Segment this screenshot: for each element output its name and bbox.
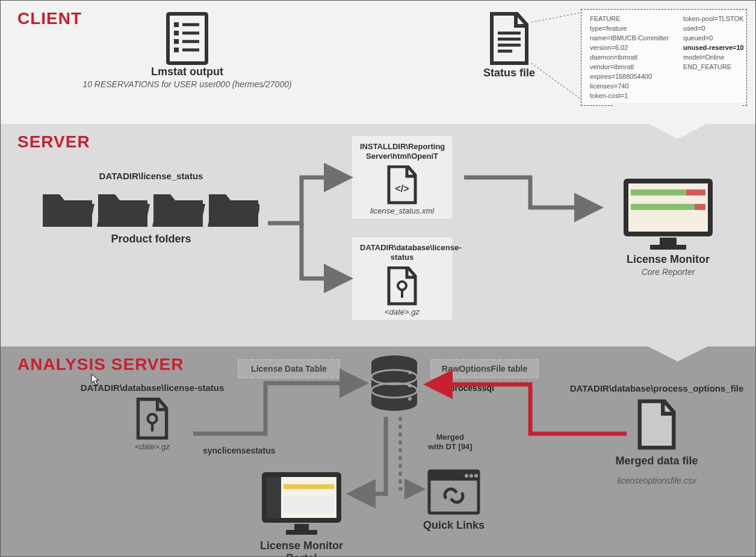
database-icon — [368, 354, 421, 414]
xml-file: license_status.xml — [360, 206, 444, 215]
monitor-icon — [620, 175, 716, 253]
portal-node: License Monitor Portal — [253, 470, 350, 557]
quick-links-title: Quick Links — [415, 519, 493, 532]
svg-rect-23 — [695, 204, 705, 210]
svg-rect-22 — [631, 204, 705, 210]
svg-point-42 — [469, 474, 473, 478]
processsql-label: processsql — [450, 383, 494, 393]
gz-file-server: <date>.gz — [360, 307, 444, 316]
status-file-node: Status file — [458, 11, 560, 79]
merged-path: DATADIR\database\process_options_file — [566, 383, 747, 393]
svg-point-30 — [408, 384, 412, 387]
license-data-table-box: License Data Table — [238, 359, 340, 378]
analysis-heading: ANALYSIS SERVER — [17, 355, 184, 374]
xml-path: INSTALLDIR\Reporting Server\html\OpeniT — [360, 142, 444, 162]
code-doc-icon: </> — [385, 165, 419, 205]
merged-file-node: DATADIR\database\process_options_file Me… — [566, 383, 747, 485]
text-doc-icon — [486, 11, 533, 67]
product-folders-node: DATADIR\license_status Product folders — [37, 171, 265, 245]
svg-rect-18 — [660, 238, 677, 245]
status-col2: token-pool=TLSTOK used=0 queued=0 unused… — [683, 14, 744, 100]
monitor-icon — [259, 470, 344, 537]
svg-text:</>: </> — [395, 183, 409, 194]
xml-card: INSTALLDIR\Reporting Server\html\OpeniT … — [351, 135, 453, 220]
merged-title: Merged data file — [566, 455, 747, 467]
svg-rect-38 — [284, 496, 334, 513]
database-node — [364, 354, 424, 414]
svg-point-43 — [474, 474, 478, 478]
quick-links-node: Quick Links — [415, 469, 493, 532]
zip-doc-icon — [134, 398, 170, 441]
status-panel: FEATURE type=feature name=IBMUCB-Committ… — [581, 9, 747, 106]
gz-card-server: DATADIR\database\license-status <date>.g… — [351, 236, 453, 321]
folders-title: Product folders — [37, 233, 265, 245]
svg-point-31 — [408, 397, 412, 401]
blank-doc-icon — [635, 399, 678, 451]
folders-row-icon — [43, 186, 259, 229]
svg-rect-2 — [174, 31, 179, 35]
license-monitor-node: License Monitor Core Reporter — [605, 175, 731, 277]
svg-rect-3 — [174, 39, 179, 44]
status-col1: FEATURE type=feature name=IBMUCB-Committ… — [590, 14, 669, 100]
folders-path: DATADIR\license_status — [37, 171, 265, 181]
gz-analysis-node: DATADIR\database\license-status <date>.g… — [74, 383, 231, 451]
svg-rect-0 — [168, 14, 206, 63]
svg-rect-35 — [286, 530, 317, 535]
checklist-doc-icon — [163, 11, 211, 66]
server-heading: SERVER — [17, 132, 90, 152]
raw-options-file-box: RawOptionsFile table — [430, 359, 539, 378]
svg-rect-37 — [284, 484, 334, 489]
svg-rect-1 — [174, 22, 179, 27]
gz-path-server: DATADIR\database\license-status — [360, 243, 444, 263]
svg-point-24 — [148, 414, 157, 423]
svg-point-29 — [408, 371, 412, 374]
zip-doc-icon — [385, 266, 419, 306]
svg-rect-34 — [294, 524, 309, 530]
status-file-title: Status file — [458, 67, 560, 79]
merged-dt-label: Merged with DT [94] — [428, 432, 472, 451]
browser-link-icon — [427, 469, 481, 515]
svg-point-41 — [465, 474, 468, 478]
svg-point-14 — [398, 282, 406, 290]
gz-path-analysis: DATADIR\database\license-status — [74, 383, 231, 393]
monitor-sub: Core Reporter — [605, 267, 731, 277]
svg-rect-36 — [267, 477, 281, 518]
lmstat-title: Lmstat output — [73, 66, 302, 78]
lmstat-sub: 10 RESERVATIONS for USER user000 (hermes… — [73, 79, 302, 89]
monitor-title: License Monitor — [605, 253, 731, 266]
svg-rect-4 — [174, 48, 179, 52]
synclicensestatus-label: synclicensestatus — [203, 446, 276, 455]
lmstat-node: Lmstat output 10 RESERVATIONS for USER u… — [73, 11, 302, 89]
portal-title: License Monitor Portal — [253, 540, 350, 557]
merged-file-name: licenseoptionsfile.csv — [566, 476, 747, 485]
svg-rect-21 — [686, 189, 705, 195]
svg-rect-19 — [650, 245, 686, 250]
